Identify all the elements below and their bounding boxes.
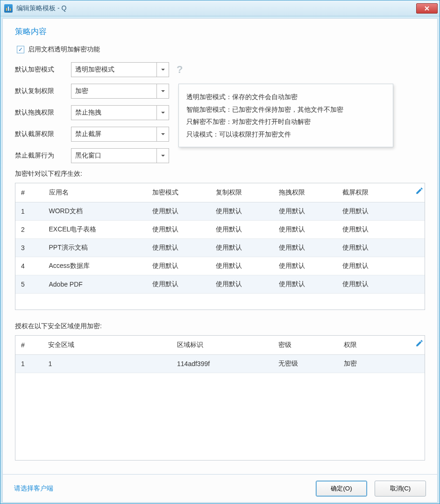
- table-cell: Access数据库: [43, 257, 147, 275]
- table-cell: 使用默认: [337, 202, 425, 221]
- select-encrypt-mode[interactable]: 透明加密模式: [71, 62, 169, 77]
- table-cell: 使用默认: [337, 238, 425, 257]
- encrypt-mode-tooltip: 透明加密模式：保存的文件会自动加密 智能加密模式：已加密文件保持加密，其他文件不…: [178, 84, 393, 147]
- table-cell: 使用默认: [147, 202, 210, 221]
- programs-table-body: 1WORD文档使用默认使用默认使用默认使用默认2EXCEL电子表格使用默认使用默…: [15, 202, 425, 294]
- col-header-level[interactable]: 密级: [273, 336, 338, 354]
- table-cell: 使用默认: [210, 220, 274, 238]
- tooltip-line: 只读模式：可以读权限打开加密文件: [186, 128, 385, 141]
- table-cell: 加密: [338, 354, 425, 373]
- table-cell: 使用默认: [147, 238, 210, 257]
- close-icon: [424, 6, 430, 11]
- col-header-shot[interactable]: 截屏权限: [337, 183, 425, 202]
- window-title: 编辑策略模板 - Q: [16, 4, 416, 13]
- table-cell: PPT演示文稿: [43, 238, 147, 257]
- zones-edit-button[interactable]: [413, 339, 426, 349]
- chevron-down-icon: [156, 84, 169, 98]
- table-cell: 使用默认: [273, 257, 337, 275]
- svg-rect-0: [6, 8, 7, 11]
- pencil-icon: [415, 187, 424, 195]
- table-cell: 使用默认: [147, 220, 210, 238]
- help-icon[interactable]: ?: [177, 64, 183, 76]
- form-rows: 默认加密模式 透明加密模式 ? 默认复制权限 加密 默认拖拽权限: [15, 62, 425, 163]
- titlebar: 编辑策略模板 - Q: [0, 0, 440, 16]
- table-cell: 使用默认: [210, 238, 274, 257]
- row-screenshot-action: 禁止截屏行为 黑化窗口: [15, 148, 425, 163]
- programs-table-header: # 应用名 加密模式 复制权限 拖拽权限 截屏权限: [15, 183, 425, 202]
- svg-rect-1: [8, 7, 9, 11]
- select-copy-perm-value: 加密: [71, 87, 156, 95]
- scroll-area[interactable]: 策略内容 ✓ 启用文档透明加解密功能 默认加密模式 透明加密模式 ? 默认复制权…: [2, 18, 438, 475]
- table-cell: WORD文档: [43, 202, 147, 221]
- table-row[interactable]: 2EXCEL电子表格使用默认使用默认使用默认使用默认: [15, 220, 425, 238]
- cancel-button-label: 取消(C): [390, 484, 411, 493]
- programs-table-body-scroll[interactable]: 1WORD文档使用默认使用默认使用默认使用默认2EXCEL电子表格使用默认使用默…: [15, 202, 425, 310]
- tooltip-line: 透明加密模式：保存的文件会自动加密: [186, 91, 385, 103]
- tooltip-line: 只解密不加密：对加密文件打开时自动解密: [186, 115, 385, 128]
- section-title: 策略内容: [15, 26, 425, 37]
- table-cell: 2: [15, 220, 43, 238]
- table-row[interactable]: 3PPT演示文稿使用默认使用默认使用默认使用默认: [15, 238, 425, 257]
- zones-table: # 安全区域 区域标识 密级 权限 11114adf399f无密级加密: [15, 336, 425, 373]
- zones-table-wrap: # 安全区域 区域标识 密级 权限 11114adf399f无密级加密: [15, 335, 425, 461]
- label-screenshot-perm: 默认截屏权限: [15, 130, 71, 138]
- label-screenshot-action: 禁止截屏行为: [15, 151, 71, 160]
- select-copy-perm[interactable]: 加密: [71, 84, 169, 99]
- col-header-zone[interactable]: 安全区域: [43, 336, 171, 354]
- col-header-idx[interactable]: #: [15, 183, 43, 202]
- app-icon: [4, 4, 13, 13]
- close-button[interactable]: [416, 3, 438, 14]
- content-wrap: 策略内容 ✓ 启用文档透明加解密功能 默认加密模式 透明加密模式 ? 默认复制权…: [0, 16, 440, 504]
- cancel-button[interactable]: 取消(C): [375, 481, 426, 497]
- table-cell: 使用默认: [147, 257, 210, 275]
- tooltip-line: 智能加密模式：已加密文件保持加密，其他文件不加密: [186, 103, 385, 116]
- table-row[interactable]: 1WORD文档使用默认使用默认使用默认使用默认: [15, 202, 425, 221]
- table-cell: 使用默认: [210, 257, 274, 275]
- table-row[interactable]: 11114adf399f无密级加密: [15, 354, 425, 373]
- table-cell: 使用默认: [273, 202, 337, 221]
- table-row[interactable]: 4Access数据库使用默认使用默认使用默认使用默认: [15, 257, 425, 275]
- table-cell: 使用默认: [210, 202, 274, 221]
- col-header-idx[interactable]: #: [15, 336, 43, 354]
- label-copy-perm: 默认复制权限: [15, 87, 71, 95]
- select-client-link[interactable]: 请选择客户端: [14, 484, 53, 493]
- chevron-down-icon: [156, 106, 169, 120]
- table-cell: Adobe PDF: [43, 275, 147, 293]
- table-cell: 4: [15, 257, 43, 275]
- select-drag-perm[interactable]: 禁止拖拽: [71, 105, 169, 120]
- table-cell: 使用默认: [273, 238, 337, 257]
- programs-label: 加密针对以下程序生效:: [15, 170, 425, 178]
- dialog-window: 编辑策略模板 - Q 策略内容 ✓ 启用文档透明加解密功能 默认加密模式 透明加…: [0, 0, 440, 504]
- col-header-perm[interactable]: 权限: [338, 336, 425, 354]
- enable-encryption-label: 启用文档透明加解密功能: [28, 45, 100, 54]
- enable-encryption-row: ✓ 启用文档透明加解密功能: [15, 45, 425, 54]
- col-header-mode[interactable]: 加密模式: [147, 183, 210, 202]
- label-drag-perm: 默认拖拽权限: [15, 108, 71, 117]
- select-screenshot-action[interactable]: 黑化窗口: [71, 148, 169, 163]
- select-screenshot-perm-value: 禁止截屏: [71, 130, 156, 138]
- table-cell: 使用默认: [337, 257, 425, 275]
- enable-encryption-checkbox[interactable]: ✓: [17, 46, 24, 53]
- select-drag-perm-value: 禁止拖拽: [71, 108, 156, 117]
- programs-edit-button[interactable]: [413, 187, 426, 196]
- dialog-footer: 请选择客户端 确定(O) 取消(C): [2, 475, 438, 503]
- select-screenshot-perm[interactable]: 禁止截屏: [71, 127, 169, 142]
- row-encrypt-mode: 默认加密模式 透明加密模式 ?: [15, 62, 425, 77]
- select-screenshot-action-value: 黑化窗口: [71, 151, 156, 160]
- table-row[interactable]: 5Adobe PDF使用默认使用默认使用默认使用默认: [15, 275, 425, 293]
- label-encrypt-mode: 默认加密模式: [15, 65, 71, 74]
- col-header-drag[interactable]: 拖拽权限: [273, 183, 337, 202]
- ok-button-label: 确定(O): [331, 484, 352, 493]
- table-cell: EXCEL电子表格: [43, 220, 147, 238]
- col-header-app[interactable]: 应用名: [43, 183, 147, 202]
- ok-button[interactable]: 确定(O): [316, 481, 367, 497]
- col-header-id[interactable]: 区域标识: [171, 336, 273, 354]
- col-header-copy[interactable]: 复制权限: [210, 183, 274, 202]
- table-cell: 使用默认: [210, 275, 274, 293]
- table-cell: 5: [15, 275, 43, 293]
- svg-rect-2: [10, 8, 11, 11]
- table-cell: 1: [15, 202, 43, 221]
- pencil-icon: [415, 339, 424, 347]
- table-cell: 无密级: [273, 354, 338, 373]
- table-cell: 使用默认: [147, 275, 210, 293]
